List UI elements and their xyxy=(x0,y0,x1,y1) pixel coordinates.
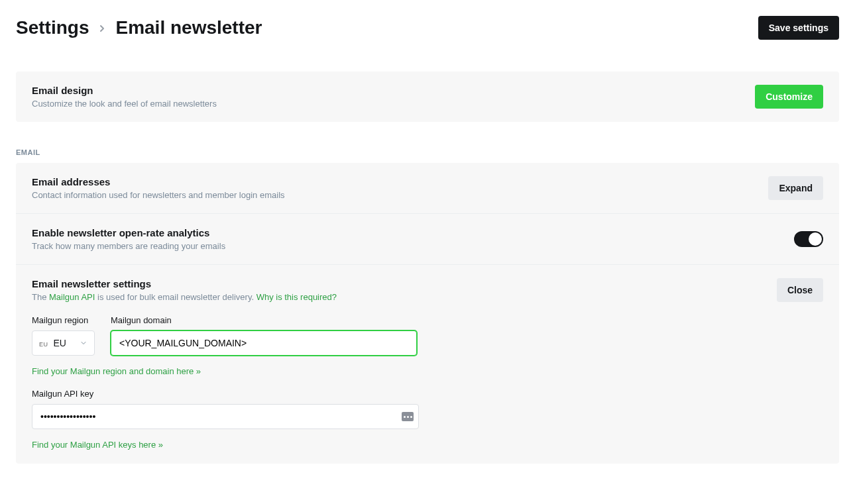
close-button[interactable]: Close xyxy=(777,278,823,302)
why-required-link[interactable]: Why is this required? xyxy=(256,292,337,302)
email-addresses-subtitle: Contact information used for newsletters… xyxy=(32,190,285,200)
chevron-down-icon xyxy=(80,339,87,347)
region-domain-hint-link[interactable]: Find your Mailgun region and domain here… xyxy=(32,366,201,376)
mailgun-apikey-label: Mailgun API key xyxy=(32,389,419,399)
analytics-toggle[interactable] xyxy=(794,231,823,247)
mailgun-domain-label: Mailgun domain xyxy=(111,315,417,325)
mailgun-region-label: Mailgun region xyxy=(32,315,95,325)
chevron-right-icon xyxy=(97,17,107,38)
newsletter-settings-title: Email newsletter settings xyxy=(32,278,337,289)
mailgun-domain-input[interactable] xyxy=(111,330,417,356)
breadcrumb-current: Email newsletter xyxy=(115,17,262,38)
newsletter-settings-subtitle: The Mailgun API is used for bulk email n… xyxy=(32,292,337,302)
apikey-hint-link[interactable]: Find your Mailgun API keys here » xyxy=(32,440,163,450)
save-settings-button[interactable]: Save settings xyxy=(758,16,839,40)
mailgun-region-select[interactable]: EU EU xyxy=(32,330,95,356)
analytics-subtitle: Track how many members are reading your … xyxy=(32,241,225,251)
breadcrumb: Settings Email newsletter xyxy=(16,17,262,38)
expand-button[interactable]: Expand xyxy=(768,176,823,200)
region-flag-icon: EU xyxy=(39,341,48,348)
email-design-title: Email design xyxy=(32,85,217,96)
mailgun-apikey-input[interactable] xyxy=(32,404,419,429)
mailgun-api-link[interactable]: Mailgun API xyxy=(49,292,95,302)
breadcrumb-parent[interactable]: Settings xyxy=(16,17,89,38)
email-design-subtitle: Customize the look and feel of email new… xyxy=(32,99,217,109)
email-section-label: EMAIL xyxy=(16,148,839,156)
email-addresses-title: Email addresses xyxy=(32,176,285,187)
analytics-title: Enable newsletter open-rate analytics xyxy=(32,227,225,238)
customize-button[interactable]: Customize xyxy=(755,85,823,109)
region-value: EU xyxy=(53,338,66,348)
password-reveal-icon[interactable] xyxy=(402,412,414,421)
